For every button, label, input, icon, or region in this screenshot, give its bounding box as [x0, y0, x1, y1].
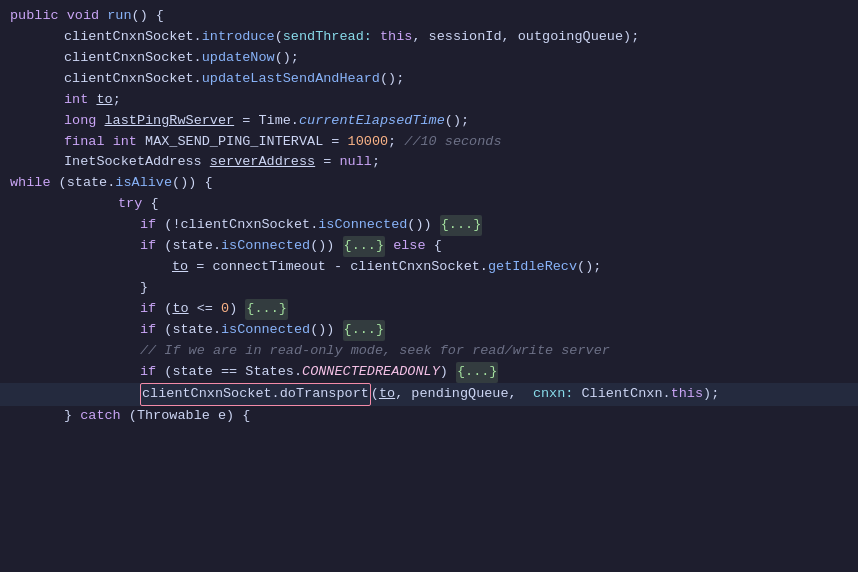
- token-plain: () {: [132, 6, 164, 27]
- token-null-kw: null: [339, 152, 371, 173]
- token-plain: [59, 6, 67, 27]
- token-plain: (Throwable e) {: [121, 406, 251, 427]
- token-kw: if: [140, 236, 156, 257]
- code-line: public void run() {: [0, 6, 858, 27]
- token-param-label: sendThread:: [283, 27, 372, 48]
- token-plain: clientCnxnSocket.: [64, 69, 202, 90]
- underlined-var: to: [172, 299, 188, 320]
- token-plain: ;: [113, 90, 121, 111]
- token-plain: = connectTimeout - clientCnxnSocket.: [188, 257, 488, 278]
- token-plain: ): [440, 362, 456, 383]
- token-fn: isConnected: [318, 215, 407, 236]
- token-plain: (: [156, 299, 172, 320]
- token-plain: (state.: [51, 173, 116, 194]
- token-kw: while: [10, 173, 51, 194]
- token-plain: }: [64, 406, 80, 427]
- token-states-var: CONNECTEDREADONLY: [302, 362, 440, 383]
- token-kw: if: [140, 299, 156, 320]
- token-kw: final: [64, 132, 105, 153]
- token-plain: (!clientCnxnSocket.: [156, 215, 318, 236]
- token-kw: long: [64, 111, 96, 132]
- token-fn: run: [107, 6, 131, 27]
- token-num: 0: [221, 299, 229, 320]
- token-plain: , pendingQueue,: [395, 384, 533, 405]
- token-plain: (state.: [156, 236, 221, 257]
- code-line: final int MAX_SEND_PING_INTERVAL = 10000…: [0, 132, 858, 153]
- underlined-var: lastPingRwServer: [105, 111, 235, 132]
- token-kw: int: [64, 90, 88, 111]
- token-this-kw: this: [671, 384, 703, 405]
- underlined-var: to: [379, 384, 395, 405]
- token-plain: ): [229, 299, 245, 320]
- token-bracket-green: {...}: [456, 362, 499, 383]
- token-plain: clientCnxnSocket.: [64, 27, 202, 48]
- token-plain: MAX_SEND_PING_INTERVAL =: [137, 132, 348, 153]
- token-plain: ()): [310, 320, 342, 341]
- token-num: 10000: [348, 132, 389, 153]
- underlined-var: serverAddress: [210, 152, 315, 173]
- token-plain: ();: [577, 257, 601, 278]
- token-kw: void: [67, 6, 99, 27]
- token-plain: [372, 27, 380, 48]
- token-plain: [99, 6, 107, 27]
- code-editor: public void run() {clientCnxnSocket.intr…: [0, 0, 858, 572]
- token-fn: isConnected: [221, 236, 310, 257]
- token-plain: clientCnxnSocket.: [64, 48, 202, 69]
- token-plain: (state.: [156, 320, 221, 341]
- token-plain: ()): [407, 215, 439, 236]
- token-plain: ;: [372, 152, 380, 173]
- code-line: int to;: [0, 90, 858, 111]
- token-plain: {: [142, 194, 158, 215]
- code-line: try {: [0, 194, 858, 215]
- code-line: if (to <= 0) {...}: [0, 299, 858, 320]
- underlined-var: to: [96, 90, 112, 111]
- code-line: clientCnxnSocket.doTransport(to, pending…: [0, 383, 858, 406]
- token-bracket-green: {...}: [343, 236, 386, 257]
- code-line: if (state.isConnected()) {...} else {: [0, 236, 858, 257]
- token-plain: [385, 236, 393, 257]
- token-italic-comment: //10 seconds: [404, 132, 501, 153]
- code-line: clientCnxnSocket.updateLastSendAndHeard(…: [0, 69, 858, 90]
- token-fn: updateLastSendAndHeard: [202, 69, 380, 90]
- token-plain: ;: [388, 132, 404, 153]
- token-fn: isAlive: [115, 173, 172, 194]
- code-line: long lastPingRwServer = Time.currentElap…: [0, 111, 858, 132]
- token-fn: isConnected: [221, 320, 310, 341]
- code-line: clientCnxnSocket.updateNow();: [0, 48, 858, 69]
- token-plain: {: [426, 236, 442, 257]
- token-kw: if: [140, 320, 156, 341]
- code-line: // If we are in read-only mode, seek for…: [0, 341, 858, 362]
- token-plain: = Time.: [234, 111, 299, 132]
- token-plain: [88, 90, 96, 111]
- token-plain: );: [703, 384, 719, 405]
- token-plain: InetSocketAddress: [64, 152, 210, 173]
- token-italic-method: currentElapsedTime: [299, 111, 445, 132]
- token-plain: (state == States.: [156, 362, 302, 383]
- token-kw: try: [118, 194, 142, 215]
- underlined-var: to: [172, 257, 188, 278]
- code-line: if (state == States.CONNECTEDREADONLY) {…: [0, 362, 858, 383]
- code-line: if (!clientCnxnSocket.isConnected()) {..…: [0, 215, 858, 236]
- highlighted-method-call: clientCnxnSocket.doTransport: [140, 383, 371, 406]
- code-line: to = connectTimeout - clientCnxnSocket.g…: [0, 257, 858, 278]
- token-this-kw: this: [380, 27, 412, 48]
- token-plain: [96, 111, 104, 132]
- code-line: InetSocketAddress serverAddress = null;: [0, 152, 858, 173]
- token-plain: ()) {: [172, 173, 213, 194]
- token-plain: <=: [189, 299, 221, 320]
- token-plain: ();: [380, 69, 404, 90]
- token-bracket-green: {...}: [343, 320, 386, 341]
- token-kw: if: [140, 215, 156, 236]
- token-kw: else: [393, 236, 425, 257]
- token-plain: ();: [445, 111, 469, 132]
- token-plain: [105, 132, 113, 153]
- token-kw: catch: [80, 406, 121, 427]
- token-plain: (: [371, 384, 379, 405]
- token-plain: }: [140, 278, 148, 299]
- token-kw: if: [140, 362, 156, 383]
- token-fn: getIdleRecv: [488, 257, 577, 278]
- code-line: while (state.isAlive()) {: [0, 173, 858, 194]
- token-plain: ()): [310, 236, 342, 257]
- token-fn: updateNow: [202, 48, 275, 69]
- token-plain: , sessionId, outgoingQueue);: [412, 27, 639, 48]
